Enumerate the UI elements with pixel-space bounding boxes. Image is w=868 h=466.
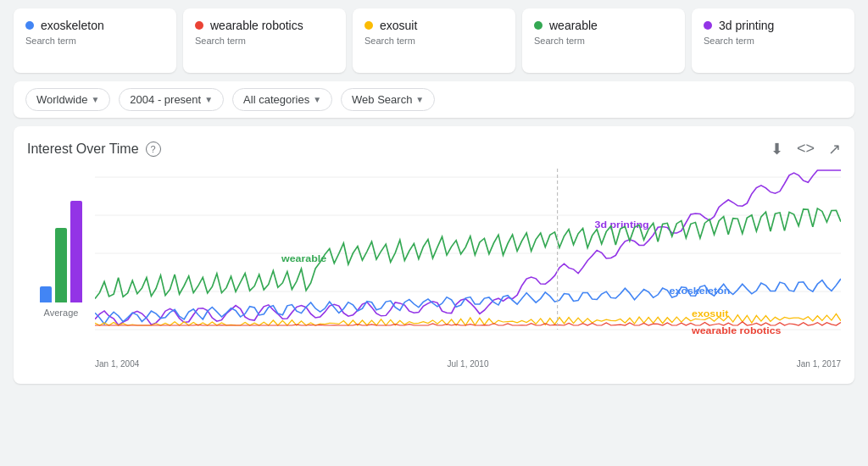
download-icon[interactable]: ⬇ — [771, 140, 783, 158]
term-name-3d-printing: 3d printing — [719, 19, 774, 32]
chart-svg: 100 75 50 25 3d printingwearableexoskele… — [95, 169, 841, 355]
term-sublabel-exoskeleton: Search term — [25, 36, 164, 46]
chevron-down-icon: ▼ — [313, 95, 321, 104]
avg-column: Average — [27, 169, 95, 370]
search-term-card-wearable[interactable]: wearable Search term — [522, 8, 685, 73]
chart-label-wearable-robotics: wearable robotics — [691, 325, 782, 336]
term-header: exosuit — [364, 19, 504, 32]
chart-label-wearable: wearable — [281, 253, 327, 264]
main-chart: 100 75 50 25 3d printingwearableexoskele… — [95, 169, 841, 370]
filter-label-worldwide: Worldwide — [36, 93, 87, 106]
chart-title: Interest Over Time — [27, 141, 139, 157]
avg-label: Average — [44, 308, 79, 318]
avg-bar — [40, 286, 52, 302]
chart-label-exosuit: exosuit — [692, 308, 729, 319]
search-terms-row: exoskeleton Search term wearable robotic… — [14, 8, 854, 73]
term-header: exoskeleton — [25, 19, 164, 32]
chart-line-3d-printing — [95, 170, 841, 325]
term-dot-wearable — [534, 21, 542, 30]
term-name-wearable-robotics: wearable robotics — [210, 19, 303, 32]
filter-row: Worldwide▼2004 - present▼All categories▼… — [14, 81, 854, 118]
share-icon[interactable]: ↗ — [828, 140, 841, 158]
help-icon[interactable]: ? — [146, 141, 161, 157]
chart-section: Interest Over Time ? ⬇ <> ↗ Average — [14, 126, 854, 384]
avg-bar — [55, 228, 67, 302]
chevron-down-icon: ▼ — [204, 95, 213, 104]
filter-search-type[interactable]: Web Search▼ — [341, 88, 435, 111]
term-dot-3d-printing — [704, 21, 712, 30]
search-term-card-exosuit[interactable]: exosuit Search term — [353, 8, 515, 73]
x-labels: Jan 1, 2004 Jul 1, 2010 Jan 1, 2017 — [95, 358, 841, 370]
term-sublabel-3d-printing: Search term — [704, 36, 843, 46]
x-label-2010: Jul 1, 2010 — [448, 359, 489, 369]
chart-actions: ⬇ <> ↗ — [771, 140, 841, 158]
search-term-card-exoskeleton[interactable]: exoskeleton Search term — [14, 8, 176, 73]
filter-date-range[interactable]: 2004 - present▼ — [119, 88, 224, 111]
embed-icon[interactable]: <> — [797, 140, 815, 158]
avg-bars — [40, 169, 82, 304]
x-label-2017: Jan 1, 2017 — [797, 359, 841, 369]
x-label-2004: Jan 1, 2004 — [95, 359, 139, 369]
filter-label-search-type: Web Search — [352, 93, 412, 106]
search-term-card-3d-printing[interactable]: 3d printing Search term — [692, 8, 854, 73]
term-name-wearable: wearable — [549, 19, 598, 32]
chevron-down-icon: ▼ — [415, 95, 424, 104]
avg-bar — [70, 201, 82, 302]
term-dot-exoskeleton — [25, 21, 34, 30]
term-sublabel-exosuit: Search term — [364, 36, 504, 46]
term-header: 3d printing — [704, 19, 843, 32]
chart-label-exoskeleton: exoskeleton — [670, 286, 731, 296]
term-header: wearable — [534, 19, 673, 32]
term-sublabel-wearable-robotics: Search term — [195, 36, 334, 46]
term-name-exoskeleton: exoskeleton — [41, 19, 104, 32]
chevron-down-icon: ▼ — [91, 95, 99, 104]
term-dot-exosuit — [364, 21, 373, 30]
filter-worldwide[interactable]: Worldwide▼ — [25, 88, 110, 111]
term-dot-wearable-robotics — [195, 21, 203, 30]
filter-label-categories: All categories — [243, 93, 309, 106]
filter-categories[interactable]: All categories▼ — [232, 88, 332, 111]
term-header: wearable robotics — [195, 19, 334, 32]
term-name-exosuit: exosuit — [380, 19, 417, 32]
filter-label-date-range: 2004 - present — [130, 93, 201, 106]
term-sublabel-wearable: Search term — [534, 36, 673, 46]
search-term-card-wearable-robotics[interactable]: wearable robotics Search term — [183, 8, 346, 73]
